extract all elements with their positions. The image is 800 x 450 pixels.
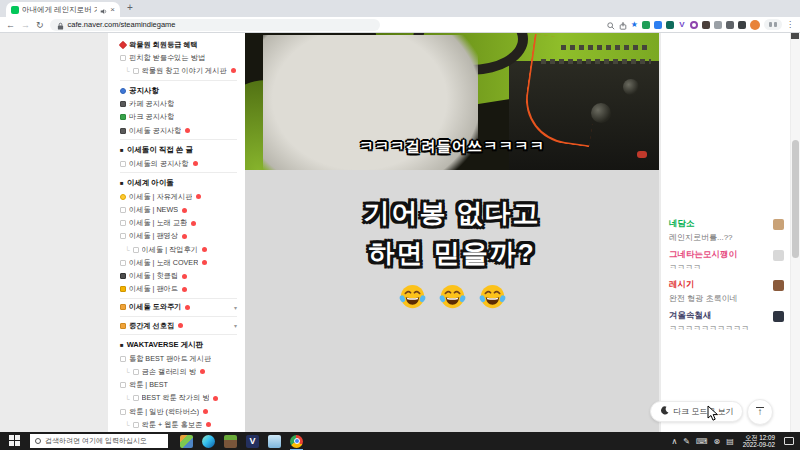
sidebar-item[interactable]: 이세돌 | 노래 교환 — [120, 217, 237, 230]
sidebar-item-label: 이세돌 | 자유게시판 — [129, 192, 192, 202]
new-post-badge — [213, 396, 218, 401]
tray-status-icon[interactable]: ⊗ — [714, 437, 721, 446]
sidebar-item[interactable]: 왁툰 | BEST — [120, 379, 237, 392]
page-scrollbar[interactable] — [790, 33, 800, 432]
sidebar-item[interactable]: 이세돌 | 노래 COVER — [120, 256, 237, 269]
chrome-icon[interactable] — [290, 435, 303, 448]
sidebar-item[interactable]: 카페 공지사항 — [120, 98, 237, 111]
edge-icon[interactable] — [202, 435, 215, 448]
sidebar-item[interactable]: 이세돌 | 자유게시판 — [120, 190, 237, 203]
start-button[interactable] — [8, 434, 22, 448]
taskbar-search[interactable]: 검색하려면 여기에 입력하십시오 — [30, 434, 168, 448]
sidebar-item[interactable]: └왁툰 + 웹툰 홍보존 — [120, 418, 237, 431]
comment-item[interactable]: 그네타는모시깽이ㅋㅋㅋㅋ — [661, 246, 790, 277]
chevron-down-icon[interactable]: ▾ — [234, 304, 237, 311]
sidebar-item[interactable]: 이세돌의 공지사항 — [120, 157, 237, 170]
comment-author[interactable]: 네담소 — [669, 218, 770, 230]
close-tab-icon[interactable]: × — [110, 6, 115, 14]
pen-icon[interactable]: ✎ — [683, 437, 690, 446]
sidebar-item[interactable]: └이세돌 | 작업후기 — [120, 243, 237, 256]
vsapp-icon[interactable]: V — [246, 435, 259, 448]
sidebar-item[interactable]: └금손 갤러리의 방 — [120, 365, 237, 378]
sidebar-item[interactable]: 이세돌 | 핫클립 — [120, 269, 237, 282]
new-post-badge — [202, 260, 207, 265]
sidebar-item[interactable]: 이세돌 공지사항 — [120, 124, 237, 137]
tray-expand-icon[interactable]: ∧ — [671, 437, 677, 446]
profile-chip[interactable] — [764, 19, 782, 30]
scroll-to-top-button[interactable]: ↑ — [747, 399, 773, 425]
extension-square-icon[interactable] — [738, 21, 746, 29]
post-video-frame[interactable]: ㅋㅋㅋ걸려들어쓰ㅋㅋㅋㅋ — [245, 33, 659, 170]
extensions-row: V — [642, 21, 746, 29]
reload-button[interactable]: ↻ — [36, 20, 44, 30]
chevron-down-icon[interactable]: ▾ — [234, 322, 237, 329]
comment-avatar[interactable] — [773, 311, 784, 322]
sidebar-item[interactable]: 통합 BEST 팬아트 게시판 — [120, 352, 237, 365]
section-header-label: 공지사항 — [129, 86, 159, 96]
comment-item[interactable]: 레시기완전 형광 초록이네 — [661, 276, 790, 307]
comment-avatar[interactable] — [773, 250, 784, 261]
game-icon[interactable] — [180, 435, 193, 448]
new-post-badge — [191, 221, 196, 226]
board-icon — [120, 220, 126, 226]
sidebar-item[interactable]: 펀치함 받을수있는 방법 — [120, 51, 237, 64]
extension-ring-icon[interactable] — [690, 21, 698, 29]
keyboard-icon[interactable]: ⌨ — [696, 437, 708, 446]
extension-green-icon[interactable] — [642, 21, 650, 29]
extension-v-icon[interactable]: V — [678, 21, 686, 29]
browser-menu-icon[interactable]: ⋮ — [786, 20, 794, 29]
section-square-icon: ■ — [120, 180, 124, 186]
comment-author[interactable]: 겨울속철새 — [669, 310, 770, 322]
viewer-icon[interactable] — [268, 435, 281, 448]
address-bar[interactable]: cafe.naver.com/steamindiegame — [50, 19, 380, 31]
extension-dark-icon[interactable] — [702, 21, 710, 29]
extension-puzzle-icon[interactable] — [714, 21, 722, 29]
profile-avatar[interactable] — [750, 20, 760, 30]
sidebar-section-header: ■이세돌이 직접 쓴 글 — [120, 142, 237, 157]
sidebar-item-label: 이세돌 | 팬아트 — [129, 284, 178, 294]
sidebar-item[interactable]: 이세돌 | 팬영상 — [120, 230, 237, 243]
sidebar-section-header: ■이세계 아이돌 — [120, 175, 237, 190]
forward-button[interactable]: → — [21, 20, 30, 30]
sidebar-item[interactable]: 이세돌 | NEWS — [120, 204, 237, 217]
comment-author[interactable]: 그네타는모시깽이 — [669, 249, 770, 261]
comment-item[interactable]: 네담소레인지로버를...?? — [661, 215, 790, 246]
sidebar-item[interactable]: └왁물원 창고 이야기 게시판 — [120, 64, 237, 77]
sidebar-item[interactable]: 왁물원 회원등급 혜택 — [120, 38, 237, 51]
new-post-badge — [200, 369, 205, 374]
comment-author[interactable]: 레시기 — [669, 279, 770, 291]
notification-center-icon[interactable] — [784, 437, 794, 445]
share-icon[interactable] — [619, 16, 627, 34]
comment-avatar[interactable] — [773, 219, 784, 230]
new-tab-button[interactable]: + — [127, 2, 133, 13]
taskbar-clock[interactable]: 오전 12:09 2022-09-02 — [743, 434, 775, 449]
extension-teal-icon[interactable] — [666, 21, 674, 29]
laughing-emojis — [245, 283, 659, 314]
back-button[interactable]: ← — [6, 20, 15, 30]
sidebar-item[interactable]: 마크 공지사항 — [120, 111, 237, 124]
comment-avatar[interactable] — [773, 280, 784, 291]
board-icon — [120, 382, 126, 388]
extension-media-icon[interactable] — [726, 21, 734, 29]
extension-blue-icon[interactable] — [654, 21, 662, 29]
audio-playing-icon[interactable] — [100, 1, 107, 19]
laughing-emoji-icon — [399, 283, 426, 314]
sub-corner-icon: └ — [125, 395, 130, 402]
sidebar-section: 이세돌 도와주기▾ — [120, 298, 237, 316]
sidebar-item[interactable]: 중간계 선호집▾ — [120, 319, 237, 332]
drive-icon[interactable]: ▤ — [726, 437, 734, 446]
sidebar-item[interactable]: 이세돌 | 팬아트 — [120, 283, 237, 296]
comment-item[interactable]: 겨울속철새ㅋㅋㅋㅋㅋㅋㅋㅋㅋㅋ — [661, 307, 790, 338]
board-icon — [133, 68, 139, 74]
sidebar-item-label: 이세돌 | NEWS — [129, 205, 178, 215]
minecraft-icon[interactable] — [224, 435, 237, 448]
sidebar-item-label: 왁툰 | 일반 (왁타버스) — [129, 407, 199, 417]
dark-mode-button[interactable]: 다크 모드로 보기 — [650, 401, 743, 422]
new-post-badge — [182, 287, 187, 292]
bookmark-star-icon[interactable]: ★ — [631, 20, 638, 29]
sidebar-item[interactable]: 왁툰 | 일반 (왁타버스) — [120, 405, 237, 418]
scrollbar-thumb[interactable] — [792, 140, 799, 258]
sidebar-item[interactable]: └BEST 왁툰 작가의 방 — [120, 392, 237, 405]
zoom-icon[interactable] — [607, 16, 615, 34]
sidebar-item[interactable]: 이세돌 도와주기▾ — [120, 301, 237, 314]
